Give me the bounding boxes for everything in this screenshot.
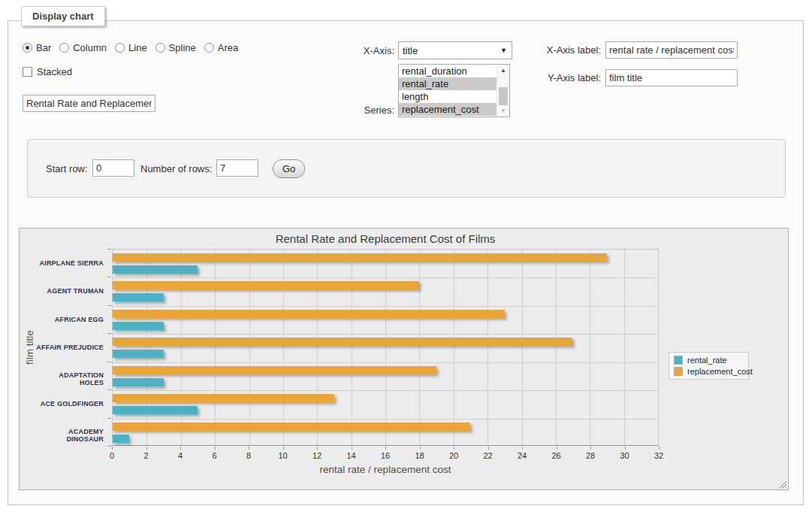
go-button[interactable]: Go xyxy=(273,159,305,178)
category-axis: AIRPLANE SIERRAAGENT TRUMANAFRICAN EGGAF… xyxy=(35,249,108,446)
x-tick-label: 24 xyxy=(518,451,527,460)
checkbox-icon xyxy=(23,67,32,77)
y-axis-label-label: Y-Axis label: xyxy=(526,72,601,83)
y-tick xyxy=(107,418,111,419)
chart-type-radio-area[interactable]: Area xyxy=(204,42,238,53)
scrollbar-thumb[interactable] xyxy=(499,87,508,105)
chevron-down-icon: ▼ xyxy=(500,47,507,54)
chart-type-radio-column[interactable]: Column xyxy=(59,42,107,53)
series-select-label: Series: xyxy=(334,105,394,116)
series-option-replacement_cost[interactable]: replacement_cost xyxy=(399,103,497,116)
radio-icon xyxy=(59,43,69,53)
x-tick xyxy=(385,447,386,450)
series-options: rental_durationrental_ratelengthreplacem… xyxy=(399,65,497,117)
replacement_cost-bar xyxy=(113,423,470,431)
category-band xyxy=(113,277,658,305)
scrollbar-up-icon[interactable]: ▲ xyxy=(497,65,509,76)
chart-type-radio-spline[interactable]: Spline xyxy=(155,42,196,53)
category-band xyxy=(113,306,658,334)
radio-label: Bar xyxy=(36,42,51,53)
radio-icon xyxy=(115,43,125,53)
radio-label: Spline xyxy=(169,42,196,53)
radio-label: Line xyxy=(128,42,147,53)
scrollbar-down-icon[interactable]: ▼ xyxy=(497,105,509,117)
plot-area xyxy=(112,249,659,446)
series-option-rental_rate[interactable]: rental_rate xyxy=(399,77,497,90)
stacked-label: Stacked xyxy=(37,66,72,77)
series-option-length[interactable]: length xyxy=(399,90,497,103)
series-listbox[interactable]: rental_durationrental_ratelengthreplacem… xyxy=(398,64,510,117)
chart-container: Rental Rate and Replacement Cost of Film… xyxy=(19,228,789,490)
legend-swatch-icon xyxy=(674,356,683,365)
x-tick xyxy=(420,447,421,450)
x-tick xyxy=(180,447,181,450)
x-tick-label: 30 xyxy=(620,451,629,460)
stacked-checkbox[interactable]: Stacked xyxy=(23,66,72,77)
resize-grip-icon[interactable] xyxy=(777,479,786,488)
replacement_cost-bar xyxy=(113,310,505,318)
legend-item: rental_rate xyxy=(674,356,744,365)
category-label: AGENT TRUMAN xyxy=(35,287,108,295)
rental_rate-bar xyxy=(113,350,164,358)
x-tick-label: 20 xyxy=(449,451,458,460)
page: Display chart BarColumnLineSplineArea St… xyxy=(0,0,812,512)
x-tick xyxy=(454,447,454,450)
category-label: AFFAIR PREJUDICE xyxy=(35,344,108,351)
x-tick-label: 6 xyxy=(212,451,216,460)
rental_rate-bar xyxy=(113,293,164,301)
x-axis-selected-value: title xyxy=(403,45,500,56)
rental_rate-bar xyxy=(113,406,198,414)
chart-title-input[interactable] xyxy=(23,95,155,112)
category-label: ACE GOLDFINGER xyxy=(35,400,108,407)
radio-label: Column xyxy=(73,42,107,53)
number-of-rows-input[interactable] xyxy=(216,159,258,177)
x-tick xyxy=(112,447,113,450)
y-tick xyxy=(107,362,111,362)
legend-label: rental_rate xyxy=(687,356,727,365)
x-tick-label: 2 xyxy=(143,451,148,460)
x-tick-label: 26 xyxy=(551,451,560,460)
x-tick xyxy=(283,447,284,450)
radio-label: Area xyxy=(218,42,238,53)
x-tick-label: 18 xyxy=(415,451,424,460)
replacement_cost-bar xyxy=(113,338,572,346)
category-label: AFRICAN EGG xyxy=(35,316,108,323)
y-tick xyxy=(107,277,111,277)
series-scrollbar[interactable]: ▲ ▼ xyxy=(497,65,509,117)
y-axis-label-input[interactable] xyxy=(605,69,738,86)
x-tick xyxy=(557,447,557,450)
category-band xyxy=(113,390,658,418)
category-band xyxy=(113,250,658,277)
x-tick-label: 10 xyxy=(278,451,287,460)
category-label: ACADEMY DINOSAUR xyxy=(35,428,108,443)
x-tick-label: 0 xyxy=(110,451,114,460)
x-tick xyxy=(488,447,489,450)
legend-label: replacement_cost xyxy=(687,367,753,376)
category-label: AIRPLANE SIERRA xyxy=(35,259,108,267)
replacement_cost-bar xyxy=(113,394,334,402)
y-tick xyxy=(107,389,111,390)
legend-item: replacement_cost xyxy=(674,367,744,376)
rental_rate-bar xyxy=(113,265,198,274)
y-tick xyxy=(107,305,111,306)
x-tick-label: 28 xyxy=(586,451,595,460)
x-tick xyxy=(317,447,318,450)
chart-title: Rental Rate and Replacement Cost of Film… xyxy=(112,232,659,245)
radio-icon xyxy=(23,43,32,53)
x-axis-select-label: X-Axis: xyxy=(334,45,394,56)
x-tick-label: 8 xyxy=(246,451,251,460)
category-band xyxy=(113,362,658,390)
x-tick-label: 4 xyxy=(178,451,183,460)
x-axis-label-input[interactable] xyxy=(605,41,738,59)
x-axis-select[interactable]: title ▼ xyxy=(398,41,512,59)
y-tick xyxy=(107,333,111,334)
start-row-input[interactable] xyxy=(92,159,134,177)
series-option-rental_duration[interactable]: rental_duration xyxy=(399,65,497,77)
number-of-rows-label: Number of rows: xyxy=(140,163,212,174)
rental_rate-bar xyxy=(113,435,129,443)
x-tick xyxy=(659,447,660,450)
start-row-label: Start row: xyxy=(46,163,88,174)
rows-panel: Start row: Number of rows: Go xyxy=(27,139,786,198)
chart-type-radio-bar[interactable]: Bar xyxy=(23,42,51,53)
chart-type-radio-line[interactable]: Line xyxy=(115,42,147,53)
